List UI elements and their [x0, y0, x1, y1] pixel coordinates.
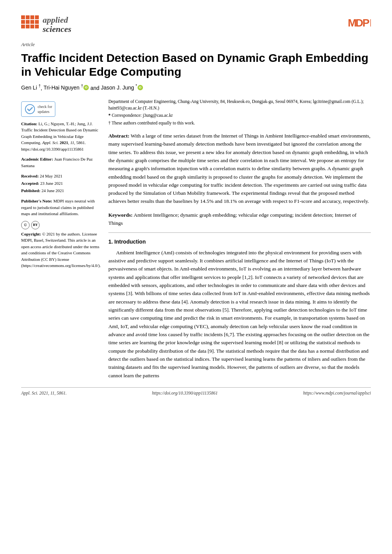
- section-1-heading: 1. Introduction: [108, 237, 371, 246]
- keywords-body: Ambient Intelligence; dynamic graph embe…: [108, 212, 357, 226]
- abstract-block: Abstract: With a large of time series da…: [108, 132, 371, 206]
- copyright-label: Copyright:: [21, 232, 41, 236]
- svg-rect-0: [21, 15, 25, 19]
- accepted-line: Accepted: 23 June 2021: [21, 180, 100, 187]
- svg-rect-3: [21, 20, 25, 24]
- keywords-label: Keywords:: [108, 212, 133, 218]
- author-jason-jung: Jason J. Jung *: [101, 85, 143, 91]
- published-label: Published:: [21, 188, 40, 193]
- accepted-date: 23 June 2021: [40, 181, 63, 186]
- article-title: Traffic Incident Detection Based on Dyna…: [21, 51, 371, 79]
- svg-text:PI: PI: [362, 17, 371, 29]
- cc-block: © BY Copyright: © 2021 by the authors. L…: [21, 221, 100, 269]
- svg-rect-1: [26, 15, 30, 19]
- affiliation-equal-contribution: † These authors contributed equally to t…: [108, 120, 371, 126]
- keywords-block: Keywords: Ambient Intelligence; dynamic …: [108, 211, 371, 227]
- received-line: Received: 24 May 2021: [21, 173, 100, 180]
- journal-logo: applied sciences: [21, 15, 71, 34]
- author-gen-li: Gen Li †: [21, 85, 41, 91]
- abstract-text: Abstract: With a large of time series da…: [108, 132, 371, 206]
- svg-rect-7: [26, 25, 30, 28]
- mdpi-logo: M D PI: [348, 15, 371, 31]
- right-column: Department of Computer Engineering, Chun…: [108, 98, 371, 380]
- citation-block: Citation: Li, G.; Nguyen, T.-H.; Jung, J…: [21, 121, 100, 153]
- received-label: Received:: [21, 174, 39, 178]
- svg-point-15: [25, 104, 35, 114]
- correspondence-asterisk: *: [108, 113, 111, 118]
- affiliation-line-1: Department of Computer Engineering, Chun…: [108, 98, 371, 112]
- received-date: 24 May 2021: [40, 174, 63, 178]
- citation-label: Citation:: [21, 121, 37, 126]
- published-date: 24 June 2021: [42, 188, 64, 193]
- published-line: Published: 24 June 2021: [21, 187, 100, 194]
- authors-line: Gen Li †, Tri-Hai Nguyen † and Jason J. …: [21, 83, 371, 92]
- abstract-label: Abstract:: [108, 133, 130, 139]
- cc-by-icon: BY: [31, 221, 40, 229]
- section-divider: [108, 232, 371, 233]
- orcid-icon-1: [83, 85, 89, 90]
- two-column-layout: check forupdates Citation: Li, G.; Nguye…: [21, 98, 371, 380]
- abstract-body: With a large of time series dataset from…: [108, 133, 370, 204]
- svg-rect-8: [30, 25, 34, 28]
- meta-dates-block: Received: 24 May 2021 Accepted: 23 June …: [21, 173, 100, 194]
- svg-rect-5: [30, 20, 34, 24]
- mdpi-logo-svg: M D PI: [348, 17, 371, 30]
- check-updates-text: check forupdates: [38, 104, 52, 114]
- journal-name: applied sciences: [43, 15, 71, 34]
- check-for-updates-badge[interactable]: check forupdates: [21, 101, 55, 117]
- footer-bar: Appl. Sci. 2021, 11, 5861. https://doi.o…: [21, 387, 371, 397]
- publisher-note-block: Publisher's Note: MDPI stays neutral wit…: [21, 198, 100, 217]
- academic-editor-block: Academic Editor: Juan Francisco De Paz S…: [21, 156, 100, 169]
- svg-rect-10: [35, 20, 39, 24]
- cc-icons: © BY: [21, 221, 100, 229]
- svg-rect-2: [30, 15, 34, 19]
- svg-rect-4: [26, 20, 30, 24]
- author-tri-hai: Tri-Hai Nguyen †: [43, 85, 89, 91]
- article-type-label: Article: [21, 41, 371, 48]
- check-updates-icon: [25, 104, 35, 114]
- affiliation-correspondence: * Correspondence: j3ung@cau.ac.kr: [108, 112, 371, 119]
- intro-paragraph-1: Ambient Intelligence (AmI) consists of t…: [108, 249, 371, 380]
- accepted-label: Accepted:: [21, 181, 39, 186]
- copyright-text: Copyright: © 2021 by the authors. Licens…: [21, 231, 100, 269]
- academic-editor-label: Academic Editor:: [21, 157, 53, 161]
- logo-icon-svg: [21, 15, 40, 34]
- keywords-text: Keywords: Ambient Intelligence; dynamic …: [108, 211, 371, 227]
- orcid-icon-2: [138, 85, 143, 90]
- affiliation-block: Department of Computer Engineering, Chun…: [108, 98, 371, 126]
- footer-journal-url: https://www.mdpi.com/journal/applsci: [303, 390, 371, 397]
- cc-main-icon: ©: [21, 221, 30, 229]
- left-column: check forupdates Citation: Li, G.; Nguye…: [21, 98, 100, 380]
- svg-rect-6: [21, 25, 25, 28]
- header: applied sciences M D PI: [21, 15, 371, 34]
- page: applied sciences M D PI Article Traffic …: [0, 0, 392, 554]
- footer-doi: https://doi.org/10.3390/app11135861: [152, 390, 218, 397]
- footer-journal-ref: Appl. Sci. 2021, 11, 5861.: [21, 390, 66, 397]
- svg-rect-11: [35, 25, 39, 28]
- svg-rect-9: [35, 15, 39, 19]
- publisher-note-label: Publisher's Note:: [21, 199, 52, 203]
